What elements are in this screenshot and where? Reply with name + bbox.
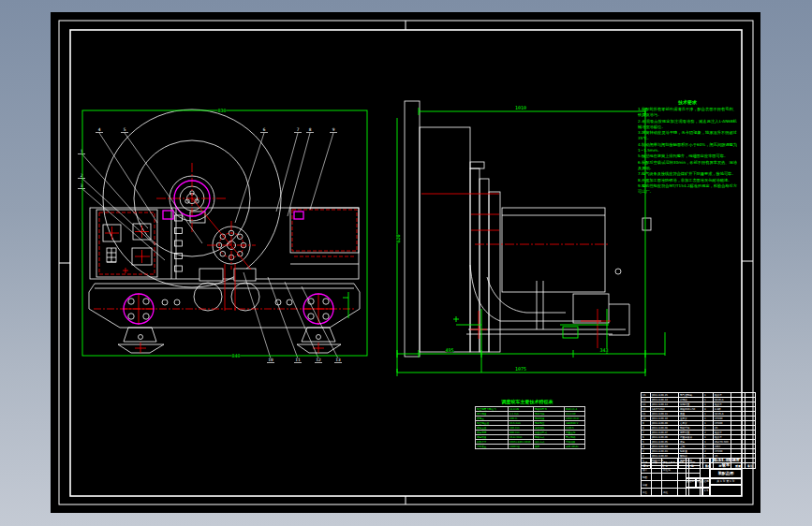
note-line: 5.钢丝绳在滚筒上排列整齐，绳端固定应牢固可靠。 xyxy=(638,153,737,159)
sheet-info: 共 1 张 第 1 张 xyxy=(710,478,742,485)
side-view-white xyxy=(405,101,651,357)
title-block-revisions: 标记处数更改文件号签字日期设计标准化制图审核工艺批准 xyxy=(641,458,686,496)
stage-label: 阶段标记 xyxy=(686,478,696,488)
note-line: 8.外露加工面涂防锈油，非加工表面涂灰色耐油磁漆。 xyxy=(638,178,737,183)
parameter-table-grid: 钢丝绳最大静拉力11.4 kN电动机型号DSB-11.4平均绳速1.1 m/s电… xyxy=(475,406,585,449)
signature-area xyxy=(686,458,710,478)
dim-side-top: 1010 xyxy=(515,105,526,110)
dim-side-bottom-a: 495 xyxy=(445,347,453,353)
parameter-table: 调度绞车主要技术特征表 钢丝绳最大静拉力11.4 kN电动机型号DSB-11.4… xyxy=(475,399,580,449)
side-view-green xyxy=(397,108,665,376)
callout-number: 6 xyxy=(263,127,266,132)
scale-value: 1:5 xyxy=(702,488,710,496)
dim-side-height: 620 xyxy=(395,234,401,242)
callout-number: 7 xyxy=(297,127,300,132)
callout-number: 9 xyxy=(332,127,335,132)
param-cell: ≤85 dB(A) xyxy=(565,445,585,449)
technical-notes: 技术要求 1.装配前所有零部件须清洗干净，配合表面不得有毛刺、铁屑及油污。2.各… xyxy=(638,99,737,195)
front-view-magenta xyxy=(124,181,333,324)
callout-leaders xyxy=(81,133,338,358)
cad-screenshot: { "notes": { "title": "技术要求", "lines": [… xyxy=(0,0,812,526)
note-line: 7.电气设备及接线应符合煤矿井下防爆要求，接地可靠。 xyxy=(638,171,737,177)
callout-number: 10 xyxy=(268,358,273,362)
callout-number: 13 xyxy=(335,358,341,362)
dim-front-top: 830 xyxy=(217,108,226,113)
notes-lines: 1.装配前所有零部件须清洗干净，配合表面不得有毛刺、铁屑及油污。2.各润滑点按规… xyxy=(638,107,737,195)
notes-title: 技术要求 xyxy=(638,99,737,105)
callout-number: 8 xyxy=(309,127,312,132)
mass-label: 质量 xyxy=(696,478,702,488)
parameter-table-title: 调度绞车主要技术特征表 xyxy=(475,399,580,404)
note-line: 6.装配后空载试运转30min，各部不得有异常发热、漏油及异响。 xyxy=(638,160,737,172)
param-cell: 1100 kg xyxy=(509,445,534,449)
dim-side-total: 1075 xyxy=(515,366,526,372)
note-line: 3.滚筒转动应灵活平稳，无卡阻现象，轴承温升不得超过35℃。 xyxy=(638,130,737,142)
title-block-name: JD-11.4型调度绞车 装配总图 共 1 张 第 1 张 xyxy=(710,458,742,496)
note-line: 1.装配前所有零部件须清洗干净，配合表面不得有毛刺、铁屑及油污。 xyxy=(638,107,737,119)
title-block-middle: 阶段标记 质量 比例 1:5 xyxy=(686,458,710,496)
product-name: JD-11.4型调度绞车 xyxy=(710,458,742,469)
callout-number: 5 xyxy=(124,127,126,132)
note-line: 2.各润滑点按规定加注润滑油脂，减速器注入L-AN68机械油至油标位。 xyxy=(638,119,737,131)
doc-type: 装配总图 xyxy=(710,469,742,478)
scale-label: 比例 xyxy=(702,478,710,488)
callout-number: 12 xyxy=(316,358,321,362)
param-cell: 噪声 xyxy=(534,445,565,449)
title-block: 标记处数更改文件号签字日期设计标准化制图审核工艺批准 阶段标记 质量 比例 1:… xyxy=(641,458,742,496)
dim-side-bottom-b: 343 xyxy=(599,347,608,353)
dim-front-bottom: 840 xyxy=(231,353,240,358)
param-cell: 整机质量 xyxy=(476,445,509,449)
callout-number: 4 xyxy=(98,127,101,132)
note-line: 4.制动闸带与闸轮接触面积不小于60%，闸瓦间隙调整为1~1.5mm。 xyxy=(638,142,737,154)
company-cell xyxy=(710,485,742,496)
front-view-white xyxy=(89,110,360,353)
callout-number: 11 xyxy=(295,358,301,362)
note-line: 9.整机性能应符合MT/T154.2标准的规定，检验合格后方可出厂。 xyxy=(638,183,737,196)
